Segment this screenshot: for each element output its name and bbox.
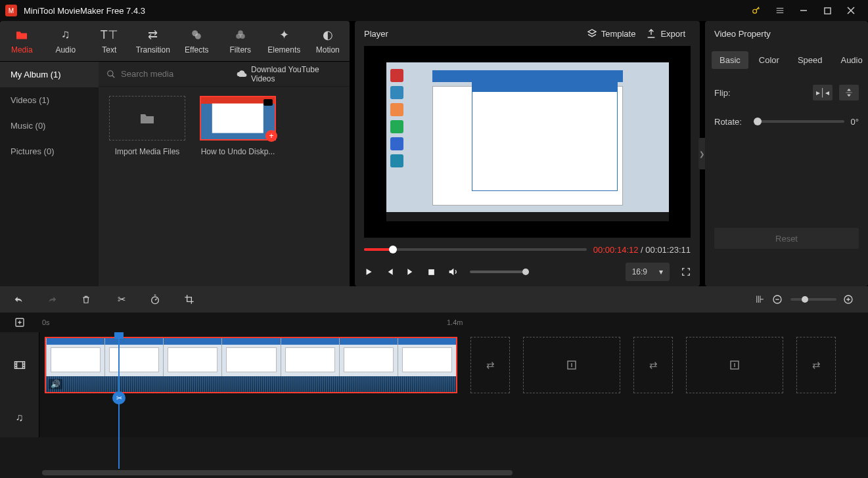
scrub-slider[interactable] <box>364 248 587 251</box>
split-button[interactable]: ✂ <box>116 293 127 305</box>
delete-button[interactable] <box>81 294 93 305</box>
sidebar-item-videos[interactable]: Videos (1) <box>0 87 99 113</box>
media-clip-label: How to Undo Diskp... <box>198 147 277 156</box>
minimize-button[interactable] <box>792 0 815 21</box>
prop-tab-color[interactable]: Color <box>751 51 787 69</box>
maximize-button[interactable] <box>815 0 839 21</box>
timeline-clip[interactable]: 🔊 <box>45 337 457 393</box>
tab-audio[interactable]: ♫Audio <box>44 21 88 61</box>
volume-icon[interactable] <box>447 267 458 277</box>
tab-transition[interactable]: ⇄Transition <box>131 21 175 61</box>
tab-effects-label: Effects <box>185 45 208 54</box>
prev-frame-button[interactable] <box>385 267 394 276</box>
crop-button[interactable] <box>184 294 196 305</box>
motion-icon: ◐ <box>323 28 333 41</box>
fit-zoom-button[interactable]: ⊪ <box>754 293 765 305</box>
template-button[interactable]: Template <box>582 28 641 39</box>
prop-tab-speed[interactable]: Speed <box>790 51 831 69</box>
rotate-label: Rotate: <box>714 117 751 127</box>
video-track-header[interactable] <box>0 332 39 398</box>
transition-icon: ⇄ <box>148 28 158 41</box>
search-icon <box>106 70 116 79</box>
prop-tab-basic[interactable]: Basic <box>712 51 748 69</box>
video-type-icon <box>263 99 273 106</box>
flip-vertical-button[interactable] <box>839 85 859 100</box>
effects-icon <box>191 28 202 41</box>
export-icon <box>646 28 656 39</box>
transition-slot[interactable]: ⇄ <box>633 337 673 393</box>
rotate-value: 0° <box>851 117 859 127</box>
tab-elements-label: Elements <box>267 45 300 54</box>
tab-filters-label: Filters <box>229 45 251 54</box>
tab-motion[interactable]: ◐Motion <box>306 21 350 61</box>
clip-audio-icon: 🔊 <box>49 379 62 389</box>
template-label: Template <box>601 29 636 39</box>
ruler-tick: 1.4m <box>447 318 463 326</box>
empty-clip-slot[interactable] <box>686 337 783 393</box>
svg-point-6 <box>240 33 245 39</box>
collapse-panel-button[interactable]: ❯ <box>698 138 705 169</box>
svg-rect-1 <box>824 7 830 13</box>
zoom-in-button[interactable] <box>843 294 855 305</box>
tab-elements[interactable]: ✦Elements <box>262 21 306 61</box>
import-media-label: Import Media Files <box>108 147 187 156</box>
speed-button[interactable] <box>150 294 162 305</box>
add-to-timeline-icon[interactable]: + <box>265 130 277 142</box>
sparkle-icon: ✦ <box>279 28 289 41</box>
close-button[interactable] <box>839 0 863 21</box>
tab-filters[interactable]: Filters <box>219 21 263 61</box>
empty-clip-slot[interactable] <box>523 337 620 393</box>
transition-slot[interactable]: ⇄ <box>470 337 510 393</box>
sidebar-item-music[interactable]: Music (0) <box>0 113 99 139</box>
aspect-ratio-value: 16:9 <box>632 267 647 276</box>
export-button[interactable]: Export <box>641 28 691 39</box>
chevron-down-icon: ▾ <box>659 267 663 276</box>
add-track-button[interactable] <box>0 313 39 332</box>
playhead[interactable]: ✂ <box>118 332 120 469</box>
music-note-icon: ♫ <box>61 28 70 41</box>
text-icon: T⊤ <box>101 28 118 41</box>
next-frame-button[interactable] <box>406 267 415 276</box>
redo-button[interactable] <box>47 295 59 304</box>
sidebar-item-myalbum[interactable]: My Album (1) <box>0 62 99 87</box>
tab-media[interactable]: Media <box>0 21 44 61</box>
playhead-split-icon[interactable]: ✂ <box>112 391 126 404</box>
flip-horizontal-button[interactable]: ▸│◂ <box>813 85 833 100</box>
app-logo-icon: M <box>5 5 17 16</box>
tab-transition-label: Transition <box>136 45 170 54</box>
menu-icon[interactable] <box>768 0 792 21</box>
tab-text-label: Text <box>102 45 116 54</box>
fullscreen-button[interactable] <box>681 267 691 276</box>
tab-text[interactable]: T⊤Text <box>87 21 131 61</box>
folder-icon <box>15 28 28 41</box>
timeline-scrollbar[interactable] <box>42 469 826 477</box>
prop-tab-audio[interactable]: Audio <box>833 51 868 69</box>
sidebar-item-pictures[interactable]: Pictures (0) <box>0 139 99 164</box>
search-input[interactable] <box>121 69 231 79</box>
rotate-slider[interactable] <box>758 120 844 123</box>
download-youtube-button[interactable]: Download YouTube Videos <box>237 65 342 83</box>
video-preview <box>364 46 691 238</box>
media-clip-thumbnail[interactable]: + <box>200 96 276 141</box>
volume-slider[interactable] <box>470 271 529 273</box>
play-button[interactable] <box>364 267 373 276</box>
time-display: 00:00:14:12 / 00:01:23:11 <box>593 245 691 255</box>
app-title: MiniTool MovieMaker Free 7.4.3 <box>24 6 744 16</box>
reset-button[interactable]: Reset <box>714 228 859 249</box>
undo-button[interactable] <box>13 295 25 304</box>
tab-effects[interactable]: Effects <box>175 21 219 61</box>
transition-slot[interactable]: ⇄ <box>796 337 836 393</box>
zoom-out-button[interactable] <box>772 294 784 305</box>
player-title: Player <box>364 29 388 39</box>
stop-button[interactable] <box>427 268 436 276</box>
svg-point-3 <box>195 33 201 39</box>
upgrade-icon[interactable] <box>744 0 768 21</box>
import-media-button[interactable] <box>109 96 185 141</box>
zoom-slider[interactable] <box>790 298 836 301</box>
audio-track-header[interactable]: ♫ <box>0 398 39 437</box>
aspect-ratio-select[interactable]: 16:9▾ <box>626 263 670 281</box>
svg-point-7 <box>108 70 113 76</box>
tab-motion-label: Motion <box>316 45 340 54</box>
cloud-download-icon <box>237 70 247 78</box>
template-icon <box>587 28 597 39</box>
